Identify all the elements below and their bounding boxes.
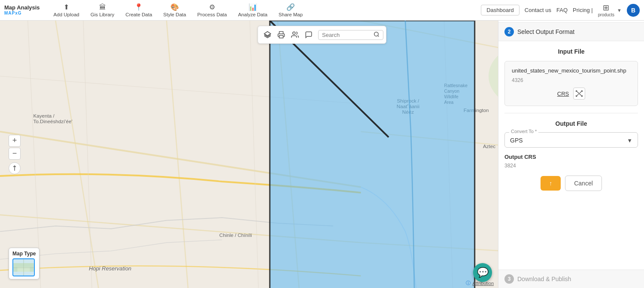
nav-style-data[interactable]: 🎨 Style Data	[158, 1, 191, 19]
svg-text:Shiprock /: Shiprock /	[397, 98, 419, 103]
print-button[interactable]	[274, 28, 288, 42]
svg-text:Rattlesnake: Rattlesnake	[444, 83, 468, 88]
crs-row: CRS	[512, 88, 631, 100]
svg-line-62	[580, 91, 583, 93]
top-navigation: Map Analysis MAPxG ⬆ Add Upload 🏛 Gis Li…	[0, 0, 644, 21]
step2-label: Select Output Format	[517, 28, 574, 35]
panel-body: Input File united_states_new_mexico_tour…	[498, 41, 644, 270]
products-label: products	[598, 12, 614, 17]
nav-create-data-label: Create Data	[125, 12, 152, 17]
nav-items: ⬆ Add Upload 🏛 Gis Library 📍 Create Data…	[49, 1, 481, 19]
nav-contact-link[interactable]: Contact us	[525, 7, 551, 13]
step2-bar: 2 Select Output Format	[498, 23, 644, 41]
input-file-section-title: Input File	[504, 48, 638, 55]
nav-gis-library-label: Gis Library	[91, 12, 115, 17]
nav-pricing-link[interactable]: Pricing |	[573, 7, 593, 13]
step2-circle: 2	[504, 27, 514, 36]
convert-to-chevron-icon: ▼	[627, 137, 632, 144]
chat-icon: 💬	[477, 267, 489, 278]
svg-text:Naatʼáanii: Naatʼáanii	[397, 103, 419, 109]
svg-line-55	[378, 35, 379, 36]
svg-text:Chinle / Chínílí: Chinle / Chínílí	[219, 232, 252, 238]
svg-text:Hopi Reservation: Hopi Reservation	[89, 265, 131, 272]
users-button[interactable]	[288, 28, 302, 42]
convert-to-label: Convert To *	[509, 129, 538, 134]
layers-button[interactable]	[261, 28, 274, 42]
add-upload-icon: ⬆	[64, 3, 69, 11]
zoom-out-button[interactable]: −	[9, 148, 21, 160]
svg-text:To.Dineéshdzí'ée': To.Dineéshdzí'ée'	[33, 118, 73, 124]
cancel-button[interactable]: Cancel	[565, 176, 602, 191]
svg-line-65	[579, 93, 583, 97]
chat-button[interactable]: 💬	[473, 263, 492, 282]
search-wrapper	[318, 30, 383, 40]
nav-analyze-data-label: Analyze Data	[238, 12, 267, 17]
convert-to-wrapper: Convert To * GPS ▼	[504, 132, 638, 148]
search-submit-button[interactable]	[374, 31, 380, 39]
gis-library-icon: 🏛	[99, 3, 106, 11]
svg-text:Farmington: Farmington	[464, 107, 489, 113]
output-crs-label: Output CRS	[504, 154, 638, 160]
zoom-in-button[interactable]: +	[9, 135, 21, 147]
svg-text:Nééz: Nééz	[402, 109, 414, 115]
nav-process-data[interactable]: ⚙ Process Data	[192, 1, 232, 19]
nav-right-section: Dashboard Contact us FAQ Pricing | ⊞ pro…	[481, 3, 640, 17]
create-data-icon: 📍	[134, 3, 143, 11]
output-crs-number: 3824	[504, 163, 638, 169]
nav-process-data-label: Process Data	[197, 12, 227, 17]
share-map-icon: 🔗	[286, 3, 295, 11]
brand-tagline: MAPxG	[4, 11, 22, 15]
products-grid-icon: ⊞	[603, 3, 609, 12]
nav-add-upload-label: Add Upload	[54, 12, 79, 17]
nav-gis-library[interactable]: 🏛 Gis Library	[85, 2, 120, 19]
svg-point-53	[293, 32, 295, 34]
svg-point-54	[374, 32, 378, 36]
nav-faq-link[interactable]: FAQ	[556, 7, 568, 13]
nav-style-data-label: Style Data	[163, 12, 186, 17]
brand-name: Map Analysis	[4, 5, 40, 11]
converter-panel: Converter Conversion Left - 499.94 MB ▲ …	[498, 0, 644, 288]
svg-rect-52	[279, 36, 283, 38]
nav-share-map[interactable]: 🔗 Share Map	[273, 1, 308, 19]
user-avatar[interactable]: B	[627, 4, 640, 17]
zoom-controls: + −	[9, 135, 21, 174]
svg-text:Kayenta /: Kayenta /	[33, 113, 55, 118]
convert-to-select[interactable]: GPS ▼	[510, 137, 632, 144]
products-chevron-icon[interactable]: ▼	[617, 8, 622, 13]
input-filename: united_states_new_mexico_tourism_point.s…	[512, 67, 631, 74]
step3-circle: 3	[504, 274, 514, 284]
crs-scan-button[interactable]	[573, 88, 585, 100]
nav-dashboard-link[interactable]: Dashboard	[481, 5, 519, 15]
svg-text:Area: Area	[444, 100, 453, 105]
input-crs-number: 4326	[512, 77, 631, 83]
brand-logo[interactable]: Map Analysis MAPxG	[4, 5, 40, 15]
search-input[interactable]	[322, 32, 374, 38]
output-file-section-title: Output File	[504, 120, 638, 127]
north-button[interactable]	[9, 162, 21, 174]
nav-products[interactable]: ⊞ products	[598, 3, 614, 17]
crs-link[interactable]: CRS	[557, 91, 569, 97]
input-file-box: united_states_new_mexico_tourism_point.s…	[504, 61, 638, 106]
action-row: ↑ Cancel	[504, 176, 638, 191]
map-type-panel: Map Type	[9, 248, 39, 279]
info-icon: ⓘ	[466, 280, 471, 286]
style-data-icon: 🎨	[170, 3, 179, 11]
nav-create-data[interactable]: 📍 Create Data	[120, 1, 157, 19]
convert-button[interactable]: ↑	[541, 176, 561, 191]
convert-to-value: GPS	[510, 137, 523, 144]
svg-line-63	[576, 94, 579, 96]
nav-analyze-data[interactable]: 📊 Analyze Data	[233, 1, 272, 19]
nav-add-upload[interactable]: ⬆ Add Upload	[49, 1, 85, 19]
comment-button[interactable]	[302, 28, 316, 42]
analyze-data-icon: 📊	[249, 3, 257, 11]
nav-share-map-label: Share Map	[279, 12, 303, 17]
step3-bar: 3 Download & Publish	[498, 270, 644, 288]
step3-label: Download & Publish	[517, 276, 571, 282]
process-data-icon: ⚙	[209, 3, 215, 11]
map-type-thumbnail[interactable]	[12, 258, 35, 276]
map-toolbar	[258, 26, 386, 44]
map-type-label: Map Type	[12, 251, 36, 257]
